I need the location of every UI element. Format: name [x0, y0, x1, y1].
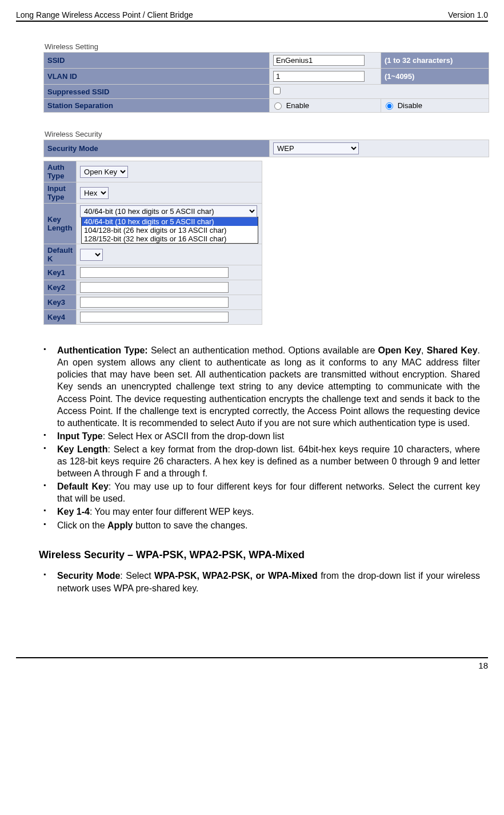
- key3-input[interactable]: [80, 297, 229, 308]
- input-type-select[interactable]: Hex: [80, 187, 109, 199]
- key-length-dropdown[interactable]: 40/64-bit (10 hex digits or 5 ASCII char…: [81, 217, 258, 244]
- key-length-option-1[interactable]: 40/64-bit (10 hex digits or 5 ASCII char…: [82, 217, 258, 226]
- default-key-select[interactable]: [80, 249, 103, 261]
- wireless-security-caption: Wireless Security: [43, 126, 489, 140]
- bullet-input-type: Input Type: Select Hex or ASCII from the…: [39, 430, 480, 442]
- ssid-label: SSID: [44, 53, 270, 69]
- header-right: Version 1.0: [448, 10, 488, 19]
- doc-body: Authentication Type: Select an authentic…: [39, 344, 480, 594]
- suppressed-cell: [270, 85, 489, 99]
- suppressed-checkbox[interactable]: [273, 87, 281, 94]
- ssid-input[interactable]: [273, 55, 365, 66]
- key4-input[interactable]: [80, 312, 229, 323]
- key-length-select[interactable]: 40/64-bit (10 hex digits or 5 ASCII char…: [80, 205, 257, 217]
- vlan-label: VLAN ID: [44, 69, 270, 85]
- station-disable-radio[interactable]: [386, 102, 393, 110]
- security-mode-cell: WEP: [270, 140, 489, 157]
- key-length-option-3[interactable]: 128/152-bit (32 hex digits or 16 ASCII c…: [82, 234, 258, 243]
- key1-input[interactable]: [80, 267, 229, 278]
- page-footer: 18: [16, 657, 488, 670]
- key4-label: Key4: [44, 310, 77, 325]
- station-label: Station Separation: [44, 99, 270, 113]
- wireless-setting-table: SSID (1 to 32 characters) VLAN ID (1~409…: [43, 52, 489, 113]
- vlan-cell: [270, 69, 381, 85]
- key3-label: Key3: [44, 295, 77, 310]
- auth-type-select[interactable]: Open Key: [80, 166, 128, 178]
- key-length-cell: 40/64-bit (10 hex digits or 5 ASCII char…: [77, 204, 262, 244]
- key-length-label: Key Length: [44, 204, 77, 244]
- bullet-key14: Key 1-4: You may enter four different WE…: [39, 506, 480, 518]
- security-mode-select[interactable]: WEP: [273, 142, 359, 154]
- station-enable-cell: Enable: [270, 99, 381, 113]
- key2-label: Key2: [44, 280, 77, 295]
- station-disable-text: Disable: [398, 101, 422, 110]
- auth-type-label: Auth Type: [44, 161, 77, 182]
- embedded-ui: Wireless Setting SSID (1 to 32 character…: [43, 39, 489, 325]
- ssid-hint: (1 to 32 characters): [381, 53, 489, 69]
- bullet-apply: Click on the Apply button to save the ch…: [39, 519, 480, 531]
- security-mode-table: Security Mode WEP: [43, 140, 489, 157]
- input-type-label: Input Type: [44, 182, 77, 204]
- bullet-security-mode: Security Mode: Select WPA-PSK, WPA2-PSK,…: [39, 570, 480, 594]
- vlan-hint: (1~4095): [381, 69, 489, 85]
- station-disable-cell: Disable: [381, 99, 489, 113]
- vlan-input[interactable]: [273, 71, 365, 82]
- station-enable-text: Enable: [286, 101, 309, 110]
- security-mode-label: Security Mode: [44, 140, 270, 157]
- wireless-setting-caption: Wireless Setting: [43, 39, 489, 52]
- key2-input[interactable]: [80, 282, 229, 293]
- header-left: Long Range Wireless Access Point / Clien…: [16, 10, 193, 19]
- ssid-cell: [270, 53, 381, 69]
- section-heading-wpa: Wireless Security – WPA-PSK, WPA2-PSK, W…: [39, 548, 480, 562]
- suppressed-label: Suppressed SSID: [44, 85, 270, 99]
- default-key-cell: [77, 244, 262, 265]
- bullet-auth: Authentication Type: Select an authentic…: [39, 344, 480, 429]
- input-type-cell: Hex: [77, 182, 262, 204]
- page-number: 18: [478, 661, 488, 670]
- key-length-option-2[interactable]: 104/128-bit (26 hex digits or 13 ASCII c…: [82, 226, 258, 234]
- wep-fields-table: Auth Type Open Key Input Type Hex Key Le…: [43, 161, 262, 325]
- station-enable-radio[interactable]: [274, 102, 282, 110]
- auth-type-cell: Open Key: [77, 161, 262, 182]
- default-key-label: Default K: [44, 244, 77, 265]
- bullet-default-key: Default Key: You may use up to four diff…: [39, 480, 480, 504]
- bullet-key-length: Key Length: Select a key format from the…: [39, 443, 480, 479]
- key1-label: Key1: [44, 265, 77, 280]
- page-header: Long Range Wireless Access Point / Clien…: [16, 10, 488, 22]
